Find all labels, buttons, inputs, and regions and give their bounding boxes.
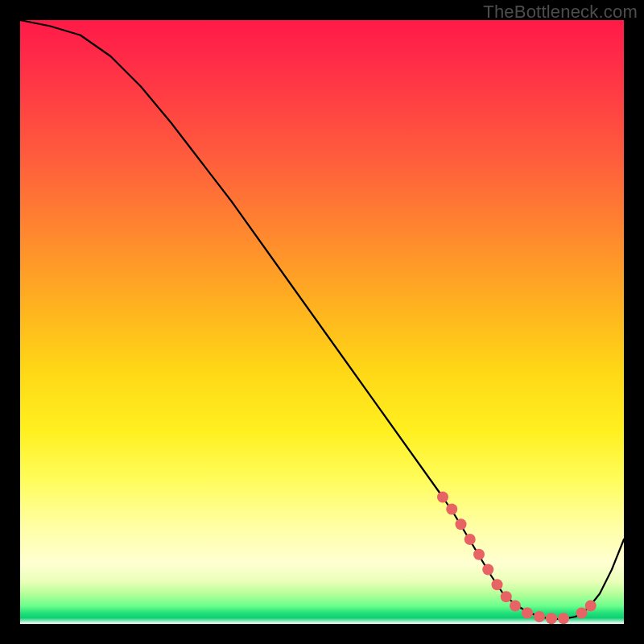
plot-area (20, 20, 624, 624)
data-marker (482, 564, 493, 576)
data-marker (546, 613, 557, 624)
watermark-text: TheBottleneck.com (483, 2, 638, 23)
data-marker (501, 591, 512, 602)
data-marker (558, 613, 569, 624)
data-marker (576, 608, 588, 619)
data-marker (456, 518, 467, 530)
bottleneck-curve (20, 20, 624, 619)
data-marker (510, 601, 521, 612)
data-marker (473, 549, 485, 560)
data-marker (522, 608, 533, 619)
chart-svg (20, 20, 624, 624)
data-marker (464, 534, 476, 545)
marker-group (437, 492, 597, 625)
data-marker (534, 611, 545, 622)
data-marker (446, 504, 457, 515)
data-marker (585, 601, 597, 612)
data-marker (492, 579, 503, 590)
chart-frame: TheBottleneck.com (0, 0, 644, 644)
data-marker (437, 492, 448, 503)
